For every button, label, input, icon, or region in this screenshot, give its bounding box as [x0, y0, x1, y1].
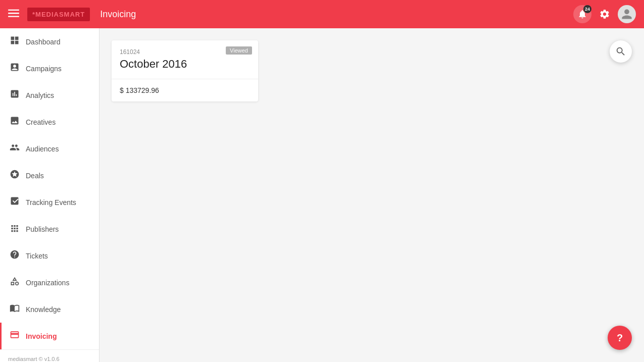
notification-badge: 24 — [583, 5, 591, 13]
sidebar-nav: Dashboard Campaigns Analytics Creatives — [0, 28, 99, 349]
sidebar-item-label: Tickets — [26, 252, 48, 260]
campaigns-icon — [10, 62, 20, 75]
sidebar-item-organizations[interactable]: Organizations — [0, 269, 99, 296]
topbar: *MEDIASMART Invoicing 24 — [0, 0, 644, 28]
app-logo: *MEDIASMART — [27, 8, 90, 21]
sidebar-item-deals[interactable]: Deals — [0, 162, 99, 189]
sidebar-item-invoicing[interactable]: Invoicing — [0, 323, 99, 349]
sidebar-item-label: Campaigns — [26, 65, 62, 73]
sidebar-item-label: Tracking Events — [26, 198, 76, 206]
logo-text: MEDIASMART — [35, 11, 85, 18]
user-avatar[interactable] — [618, 5, 636, 23]
sidebar-item-publishers[interactable]: Publishers — [0, 216, 99, 242]
organizations-icon — [10, 276, 20, 289]
dashboard-icon — [10, 35, 20, 48]
page-title: Invoicing — [100, 9, 573, 20]
sidebar-item-label: Audiences — [26, 145, 59, 153]
sidebar-item-dashboard[interactable]: Dashboard — [0, 28, 99, 55]
viewed-badge: Viewed — [226, 46, 252, 55]
tickets-icon — [10, 249, 20, 262]
analytics-icon — [10, 89, 20, 101]
help-button[interactable]: ? — [608, 326, 632, 350]
sidebar-item-label: Knowledge — [26, 305, 61, 314]
sidebar-item-creatives[interactable]: Creatives — [0, 109, 99, 135]
sidebar-item-knowledge[interactable]: Knowledge — [0, 296, 99, 323]
help-icon: ? — [617, 332, 623, 344]
publishers-icon — [10, 223, 20, 235]
sidebar-item-tickets[interactable]: Tickets — [0, 242, 99, 269]
sidebar-item-audiences[interactable]: Audiences — [0, 135, 99, 162]
sidebar-item-campaigns[interactable]: Campaigns — [0, 55, 99, 82]
settings-button[interactable] — [596, 5, 614, 23]
sidebar-item-label: Organizations — [26, 279, 69, 287]
sidebar-item-label: Publishers — [26, 225, 59, 233]
invoice-date: October 2016 — [120, 58, 250, 71]
invoicing-icon — [10, 330, 20, 342]
creatives-icon — [10, 116, 20, 128]
svg-rect-0 — [8, 9, 19, 10]
version-text: mediasmart © v1.0.6 — [8, 356, 91, 362]
sidebar-footer: mediasmart © v1.0.6 Terms & Privacy Poli… — [0, 349, 99, 362]
svg-rect-1 — [8, 13, 19, 14]
main-content: 161024 October 2016 Viewed $ 133729.96 — [100, 28, 644, 362]
deals-icon — [10, 169, 20, 182]
search-button[interactable] — [610, 40, 632, 63]
invoice-card-header: 161024 October 2016 Viewed — [112, 40, 258, 79]
svg-rect-2 — [8, 16, 19, 17]
knowledge-icon — [10, 303, 20, 316]
invoice-card[interactable]: 161024 October 2016 Viewed $ 133729.96 — [112, 40, 258, 101]
layout: Dashboard Campaigns Analytics Creatives — [0, 28, 644, 362]
sidebar-item-label: Dashboard — [26, 38, 61, 46]
sidebar-item-label: Deals — [26, 172, 44, 180]
sidebar-item-label: Analytics — [26, 91, 54, 99]
sidebar-item-analytics[interactable]: Analytics — [0, 82, 99, 109]
invoice-amount: $ 133729.96 — [112, 79, 258, 101]
sidebar: Dashboard Campaigns Analytics Creatives — [0, 28, 100, 362]
topbar-actions: 24 — [573, 5, 636, 23]
sidebar-item-label: Creatives — [26, 118, 56, 126]
tracking-icon — [10, 196, 20, 209]
sidebar-item-tracking-events[interactable]: Tracking Events — [0, 189, 99, 216]
notifications-button[interactable]: 24 — [573, 5, 591, 23]
sidebar-item-label: Invoicing — [26, 332, 57, 340]
menu-icon[interactable] — [8, 8, 19, 21]
audiences-icon — [10, 142, 20, 155]
